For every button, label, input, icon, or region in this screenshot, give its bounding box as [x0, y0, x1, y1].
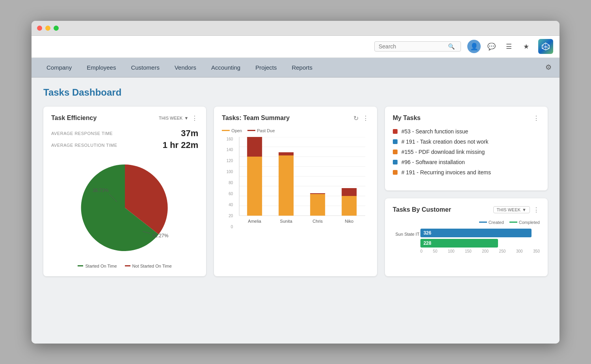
tasks-by-customer-header: Tasks By Customer THIS WEEK ▼ ⋮: [393, 206, 540, 214]
tasks-by-customer-card: Tasks By Customer THIS WEEK ▼ ⋮ Created: [385, 198, 548, 276]
user-avatar-icon[interactable]: 👤: [467, 40, 481, 53]
my-tasks-card: My Tasks ⋮ #53 - Search function issue #…: [385, 107, 548, 190]
not-started-legend-label: Not Started On Time: [132, 264, 172, 268]
chat-icon[interactable]: 💬: [485, 40, 498, 53]
team-legend: Open Past Due: [222, 128, 369, 133]
task-dot-blue: [393, 139, 398, 144]
task-label: # 191 - Recurring invoices and items: [401, 169, 491, 176]
team-summary-menu-button[interactable]: ⋮: [362, 115, 369, 122]
bar-chart-legend: Created Completed: [393, 220, 540, 225]
minimize-button[interactable]: [45, 26, 50, 31]
chris-open-bar: [310, 194, 325, 216]
amelia-open-bar: [247, 157, 262, 216]
past-due-legend-item: Past Due: [247, 128, 275, 133]
my-tasks-title: My Tasks: [393, 115, 421, 122]
completed-bar: 228: [420, 239, 498, 248]
amelia-past-due-bar: [247, 137, 262, 157]
team-bar-chart: 160 140 120 100 80 60 40 20 0: [222, 137, 369, 241]
sunita-past-due-bar: [279, 152, 294, 155]
task-dot-orange: [393, 150, 398, 154]
dashboard-grid: My Tasks ⋮ #53 - Search function issue #…: [43, 107, 548, 276]
task-dot-blue: [393, 160, 398, 164]
avg-resolution-value: 1 hr 22m: [163, 140, 199, 150]
sidebar-item-customers[interactable]: Customers: [124, 60, 167, 75]
pie-legend: Started On Time Not Started On Time: [51, 264, 198, 268]
tasks-by-customer-menu-button[interactable]: ⋮: [533, 206, 540, 214]
svg-text:61.27%: 61.27%: [152, 233, 168, 238]
task-efficiency-header: Task Efficiency THIS WEEK ▼ ⋮: [51, 115, 198, 122]
task-efficiency-period[interactable]: THIS WEEK ▼: [159, 116, 188, 120]
completed-value: 228: [424, 240, 431, 246]
sidebar-item-company[interactable]: Company: [39, 60, 79, 75]
task-label: #96 - Software installation: [401, 159, 465, 165]
task-efficiency-card: Task Efficiency THIS WEEK ▼ ⋮ AVERAGE RE…: [43, 107, 206, 276]
team-summary-title: Tasks: Team Summary: [222, 115, 290, 122]
niko-open-bar: [342, 196, 357, 216]
list-item: #96 - Software installation: [393, 159, 540, 165]
sidebar-item-accounting[interactable]: Accounting: [204, 60, 247, 75]
task-efficiency-menu-button[interactable]: ⋮: [191, 115, 198, 122]
bar-wrap: 326 228: [420, 229, 540, 248]
avg-response-row: AVERAGE RESPONSE TIME 37m: [51, 128, 198, 139]
task-label: #155 - PDF download link missing: [401, 149, 485, 155]
started-legend-item: Started On Time: [78, 264, 117, 268]
avg-response-label: AVERAGE RESPONSE TIME: [51, 131, 113, 136]
sidebar-item-vendors[interactable]: Vendors: [167, 60, 203, 75]
avg-resolution-row: AVERAGE RESOLUTION TIME 1 hr 22m: [51, 140, 198, 150]
brand-logo: [538, 39, 553, 54]
past-due-legend-label: Past Due: [257, 128, 275, 133]
task-efficiency-title: Task Efficiency: [51, 115, 97, 122]
star-icon[interactable]: ★: [519, 40, 533, 53]
app-window: 🔍 👤 💬 ☰ ★ Company Employees Customers Ve…: [32, 21, 559, 344]
not-started-legend-item: Not Started On Time: [125, 264, 172, 268]
task-dot-orange: [393, 170, 398, 175]
completed-legend-label: Completed: [519, 220, 540, 225]
svg-text:Sunita: Sunita: [280, 219, 293, 224]
svg-text:Niko: Niko: [345, 219, 353, 224]
x-axis: 0 50 100 150 200 250 300 350: [420, 249, 540, 253]
sidebar-item-projects[interactable]: Projects: [248, 60, 284, 75]
open-legend-item: Open: [222, 128, 242, 133]
chevron-down-icon: ▼: [522, 207, 526, 212]
team-header-controls: ↻ ⋮: [353, 115, 369, 122]
period-label: THIS WEEK: [159, 116, 183, 120]
created-legend-item: Created: [479, 220, 504, 225]
tasks-by-customer-title: Tasks By Customer: [393, 206, 451, 213]
page-title: Tasks Dashboard: [43, 87, 548, 98]
settings-icon[interactable]: ⚙: [545, 63, 552, 72]
created-legend-color: [479, 222, 487, 223]
my-tasks-menu-button[interactable]: ⋮: [533, 115, 540, 122]
list-item: # 191 - Task creation does not work: [393, 139, 540, 145]
team-summary-header: Tasks: Team Summary ↻ ⋮: [222, 115, 369, 122]
created-value: 326: [424, 230, 431, 236]
open-legend-color: [222, 130, 230, 131]
completed-legend-color: [509, 222, 517, 223]
period-label: THIS WEEK: [497, 207, 521, 212]
nav-items: Company Employees Customers Vendors Acco…: [39, 60, 545, 75]
pie-chart: 38.73% 61.27%: [74, 157, 176, 259]
svg-text:Amelia: Amelia: [248, 219, 262, 224]
sidebar-item-reports[interactable]: Reports: [284, 60, 320, 75]
my-tasks-list: #53 - Search function issue # 191 - Task…: [393, 128, 540, 176]
y-axis-labels: 160 140 120 100 80 60 40 20 0: [222, 137, 233, 229]
refresh-icon[interactable]: ↻: [353, 115, 359, 122]
main-content: Tasks Dashboard My Tasks ⋮ #53 - Search …: [32, 78, 559, 344]
search-input[interactable]: [379, 43, 446, 50]
topbar-icons: 👤 💬 ☰ ★: [467, 39, 553, 54]
maximize-button[interactable]: [54, 26, 59, 31]
task-label: # 191 - Task creation does not work: [401, 139, 489, 145]
search-icon: 🔍: [448, 43, 455, 50]
past-due-legend-color: [247, 130, 255, 131]
traffic-lights: [37, 26, 59, 31]
sidebar-item-employees[interactable]: Employees: [80, 60, 123, 75]
chevron-down-icon: ▼: [184, 116, 188, 120]
close-button[interactable]: [37, 26, 42, 31]
open-legend-label: Open: [231, 128, 242, 133]
horizontal-bar-chart: Sun State IT 326 228 0 50 1: [393, 229, 540, 261]
tasks-by-customer-period[interactable]: THIS WEEK ▼: [493, 206, 530, 213]
task-dot-red: [393, 129, 398, 134]
team-bar-svg: Amelia Sunita Chris: [236, 137, 369, 227]
list-icon[interactable]: ☰: [502, 40, 515, 53]
pie-chart-container: 38.73% 61.27%: [51, 157, 198, 259]
team-summary-card: Tasks: Team Summary ↻ ⋮ Open Past Due: [214, 107, 377, 276]
